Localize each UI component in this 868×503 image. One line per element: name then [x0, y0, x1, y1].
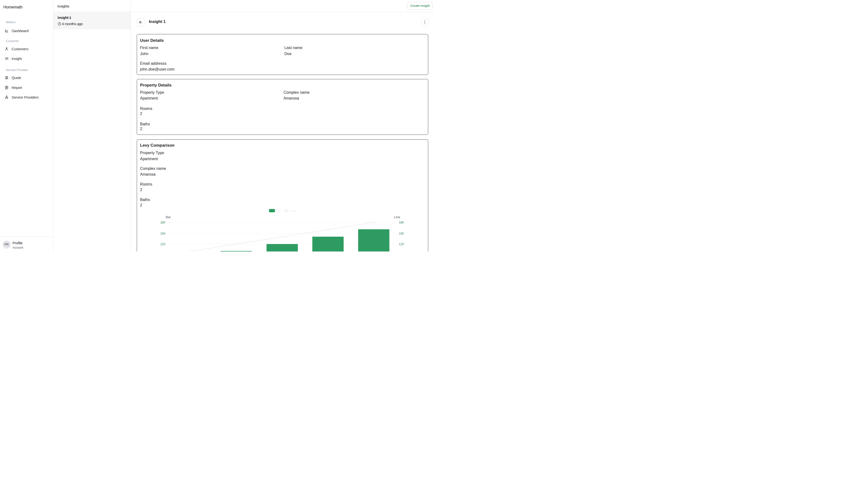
svg-text:150: 150	[399, 232, 404, 235]
svg-text:Line: Line	[291, 209, 297, 213]
svg-text:180: 180	[399, 221, 404, 224]
svg-text:120: 120	[160, 243, 165, 246]
svg-text:Bar: Bar	[166, 215, 171, 219]
svg-text:180: 180	[160, 221, 165, 224]
svg-text:Line: Line	[394, 215, 400, 219]
svg-text:150: 150	[160, 232, 165, 235]
svg-text:Bar: Bar	[277, 209, 281, 213]
svg-text:120: 120	[399, 243, 404, 246]
